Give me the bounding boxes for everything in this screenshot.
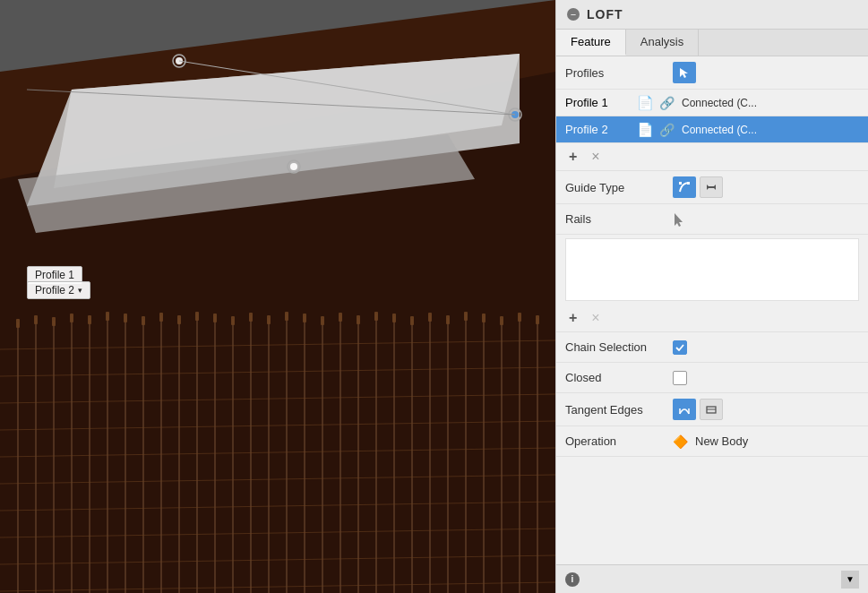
cursor-icon [678,66,691,79]
profile2-connected-icon: 🔗 [659,123,675,137]
profile2-label: Profile 2 [565,123,637,136]
chain-selection-row: Chain Selection [556,332,868,363]
svg-rect-63 [159,313,163,322]
svg-marker-91 [675,213,683,227]
tangent-edges-button2[interactable] [700,399,723,420]
svg-marker-90 [713,185,716,190]
svg-rect-82 [500,316,503,325]
chain-selection-label: Chain Selection [565,340,673,354]
svg-rect-57 [52,317,56,326]
profile2-icon: 📄 [637,122,654,138]
svg-rect-59 [88,315,91,324]
rails-empty-area [565,238,859,301]
guide-type-button2[interactable] [700,176,723,198]
viewport: Profile 1 Profile 2 ▾ [0,0,555,593]
profiles-add-remove-row: + × [556,143,868,171]
guide-curve-icon [678,181,691,193]
closed-row: Closed [556,363,868,393]
svg-rect-78 [428,313,432,322]
profile1-row[interactable]: Profile 1 📄 🔗 Connected (C... [556,90,868,116]
svg-marker-89 [707,185,709,190]
svg-rect-84 [536,315,539,324]
svg-point-11 [290,163,297,170]
svg-rect-66 [213,314,217,322]
loft-panel: − LOFT Feature Analysis Profiles [555,0,868,593]
svg-rect-55 [16,319,20,328]
svg-rect-58 [70,314,73,322]
rails-controls [673,211,859,228]
operation-label: Operation [565,434,673,448]
profiles-section-header: Profiles [556,56,868,90]
profile1-icon: 📄 [637,95,654,111]
info-bar: i ▼ [556,564,868,593]
panel-content: Profiles Profile 1 📄 🔗 Connected (C... [556,56,868,564]
tangent-edges-label: Tangent Edges [565,403,673,417]
profile2-tooltip: Profile 2 ▾ [27,281,90,299]
svg-rect-61 [124,314,127,322]
tabs-bar: Feature Analysis [556,30,868,56]
svg-marker-85 [680,68,688,78]
operation-controls: 🔶 New Body [673,434,859,449]
operation-row: Operation 🔶 New Body [556,426,868,457]
tab-analysis[interactable]: Analysis [626,30,699,56]
svg-rect-83 [518,313,521,322]
add-profile-button[interactable]: + [565,147,580,167]
svg-rect-56 [34,315,38,324]
svg-rect-72 [321,316,324,325]
svg-rect-62 [142,316,145,325]
profiles-controls [673,62,859,83]
profiles-label: Profiles [565,66,673,80]
operation-value: New Body [695,434,748,448]
cursor-rails-icon [673,211,685,228]
panel-header: − LOFT [556,0,868,30]
operation-icon: 🔶 [673,434,688,449]
svg-rect-80 [464,312,468,321]
profile1-label: Profile 1 [565,96,637,109]
tab-feature[interactable]: Feature [556,30,626,56]
guide-alt-icon [705,181,718,193]
tangent-edge-icon2 [705,403,718,416]
closed-label: Closed [565,371,673,384]
close-icon[interactable]: − [567,8,580,21]
svg-rect-60 [106,312,109,321]
svg-rect-87 [687,182,690,185]
svg-rect-64 [177,315,181,324]
remove-profile-button[interactable]: × [588,147,603,167]
tangent-edges-button1[interactable] [673,399,696,420]
profile2-row[interactable]: Profile 2 📄 🔗 Connected (C... [556,116,868,143]
info-icon: i [565,572,580,587]
svg-rect-65 [195,312,199,321]
chain-selection-checkbox[interactable] [673,340,687,355]
guide-type-label: Guide Type [565,181,673,194]
rails-add-remove-row: + × [556,305,868,332]
svg-rect-14 [0,340,555,593]
svg-rect-70 [285,312,288,321]
svg-rect-79 [446,315,450,324]
svg-rect-68 [249,313,253,322]
svg-rect-71 [303,314,306,322]
checkmark-icon [675,344,684,351]
profiles-select-button[interactable] [673,62,696,83]
profile2-status: Connected (C... [682,124,757,136]
profile1-tooltip-text: Profile 1 [35,269,74,281]
svg-rect-74 [357,315,360,324]
closed-controls [673,371,859,385]
svg-rect-73 [339,313,342,322]
scroll-down-button[interactable]: ▼ [841,571,859,589]
scroll-indicator: ▼ [841,571,859,589]
svg-rect-76 [392,314,396,322]
svg-rect-86 [679,182,682,185]
tangent-edge-icon1 [678,403,691,416]
guide-type-controls [673,176,859,198]
closed-checkbox[interactable] [673,371,687,385]
main-container: Profile 1 Profile 2 ▾ − LOFT Feature Ana… [0,0,868,593]
rails-label: Rails [565,212,673,226]
guide-type-row: Guide Type [556,171,868,204]
guide-type-button1[interactable] [673,176,696,198]
add-rail-button[interactable]: + [565,308,580,328]
rails-row: Rails [556,204,868,235]
profile1-status: Connected (C... [682,97,757,109]
dropdown-arrow-icon: ▾ [78,286,82,295]
remove-rail-button[interactable]: × [588,308,603,328]
svg-rect-69 [267,315,271,324]
